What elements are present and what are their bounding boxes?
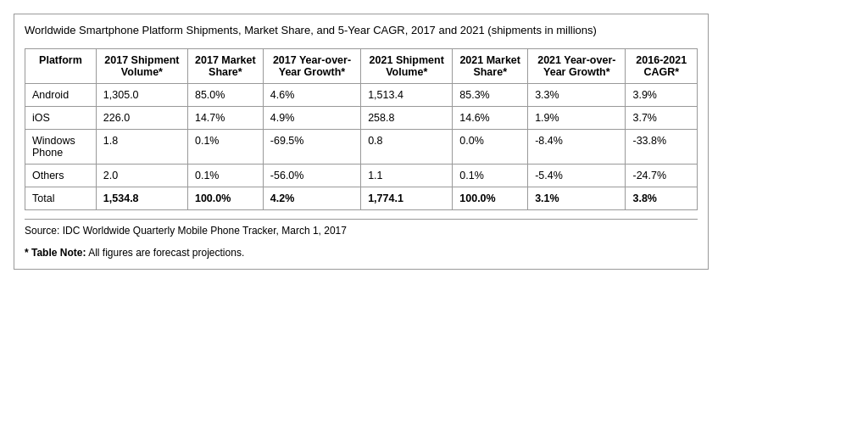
table-cell-r4-c3: 4.2% — [263, 187, 360, 210]
table-cell-r3-c0: Others — [25, 165, 97, 187]
table-row: Android1,305.085.0%4.6%1,513.485.3%3.3%3… — [25, 84, 698, 107]
table-cell-r4-c1: 1,534.8 — [96, 187, 187, 210]
table-row: Total1,534.8100.0%4.2%1,774.1100.0%3.1%3… — [25, 187, 698, 210]
footnote-content: All figures are forecast projections. — [88, 247, 244, 259]
table-cell-r2-c3: -69.5% — [263, 130, 360, 165]
table-cell-r3-c5: 0.1% — [453, 165, 528, 187]
table-cell-r1-c5: 14.6% — [453, 107, 528, 130]
table-cell-r3-c6: -5.4% — [528, 165, 626, 187]
col-header-6: 2021 Year-over-Year Growth* — [528, 49, 626, 84]
col-header-4: 2021 Shipment Volume* — [361, 49, 453, 84]
col-header-5: 2021 Market Share* — [453, 49, 528, 84]
table-cell-r0-c3: 4.6% — [263, 84, 360, 107]
table-title: Worldwide Smartphone Platform Shipments,… — [25, 23, 698, 38]
source-text: Source: IDC Worldwide Quarterly Mobile P… — [25, 219, 698, 238]
table-cell-r4-c4: 1,774.1 — [361, 187, 453, 210]
table-header-row: Platform2017 Shipment Volume*2017 Market… — [25, 49, 698, 84]
table-cell-r4-c0: Total — [25, 187, 97, 210]
table-cell-r1-c4: 258.8 — [361, 107, 453, 130]
table-cell-r3-c3: -56.0% — [263, 165, 360, 187]
table-cell-r4-c2: 100.0% — [187, 187, 263, 210]
table-cell-r2-c2: 0.1% — [187, 130, 263, 165]
table-cell-r2-c7: -33.8% — [626, 130, 698, 165]
table-cell-r0-c7: 3.9% — [626, 84, 698, 107]
table-cell-r1-c7: 3.7% — [626, 107, 698, 130]
col-header-0: Platform — [25, 49, 97, 84]
table-cell-r4-c6: 3.1% — [528, 187, 626, 210]
table-cell-r3-c7: -24.7% — [626, 165, 698, 187]
table-cell-r1-c2: 14.7% — [187, 107, 263, 130]
col-header-7: 2016-2021 CAGR* — [626, 49, 698, 84]
data-table: Platform2017 Shipment Volume*2017 Market… — [25, 48, 698, 210]
table-container: Worldwide Smartphone Platform Shipments,… — [14, 14, 709, 270]
table-cell-r0-c5: 85.3% — [453, 84, 528, 107]
table-cell-r2-c4: 0.8 — [361, 130, 453, 165]
table-cell-r3-c1: 2.0 — [96, 165, 187, 187]
col-header-2: 2017 Market Share* — [187, 49, 263, 84]
table-cell-r1-c0: iOS — [25, 107, 97, 130]
table-cell-r1-c3: 4.9% — [263, 107, 360, 130]
table-row: Others2.00.1%-56.0%1.10.1%-5.4%-24.7% — [25, 165, 698, 187]
footnote-label: * Table Note: — [25, 247, 86, 259]
col-header-1: 2017 Shipment Volume* — [96, 49, 187, 84]
title-sub: (shipments in millions) — [487, 24, 597, 36]
table-cell-r3-c2: 0.1% — [187, 165, 263, 187]
table-cell-r0-c4: 1,513.4 — [361, 84, 453, 107]
table-cell-r3-c4: 1.1 — [361, 165, 453, 187]
table-cell-r2-c6: -8.4% — [528, 130, 626, 165]
table-cell-r0-c0: Android — [25, 84, 97, 107]
table-row: iOS226.014.7%4.9%258.814.6%1.9%3.7% — [25, 107, 698, 130]
table-cell-r2-c1: 1.8 — [96, 130, 187, 165]
table-cell-r1-c1: 226.0 — [96, 107, 187, 130]
table-cell-r1-c6: 1.9% — [528, 107, 626, 130]
table-cell-r0-c2: 85.0% — [187, 84, 263, 107]
col-header-3: 2017 Year-over-Year Growth* — [263, 49, 360, 84]
table-cell-r0-c1: 1,305.0 — [96, 84, 187, 107]
table-cell-r4-c7: 3.8% — [626, 187, 698, 210]
footnote: * Table Note: All figures are forecast p… — [25, 247, 698, 259]
table-row: Windows Phone1.80.1%-69.5%0.80.0%-8.4%-3… — [25, 130, 698, 165]
table-cell-r4-c5: 100.0% — [453, 187, 528, 210]
title-main: Worldwide Smartphone Platform Shipments,… — [25, 24, 485, 36]
table-cell-r2-c5: 0.0% — [453, 130, 528, 165]
table-cell-r2-c0: Windows Phone — [25, 130, 97, 165]
table-cell-r0-c6: 3.3% — [528, 84, 626, 107]
